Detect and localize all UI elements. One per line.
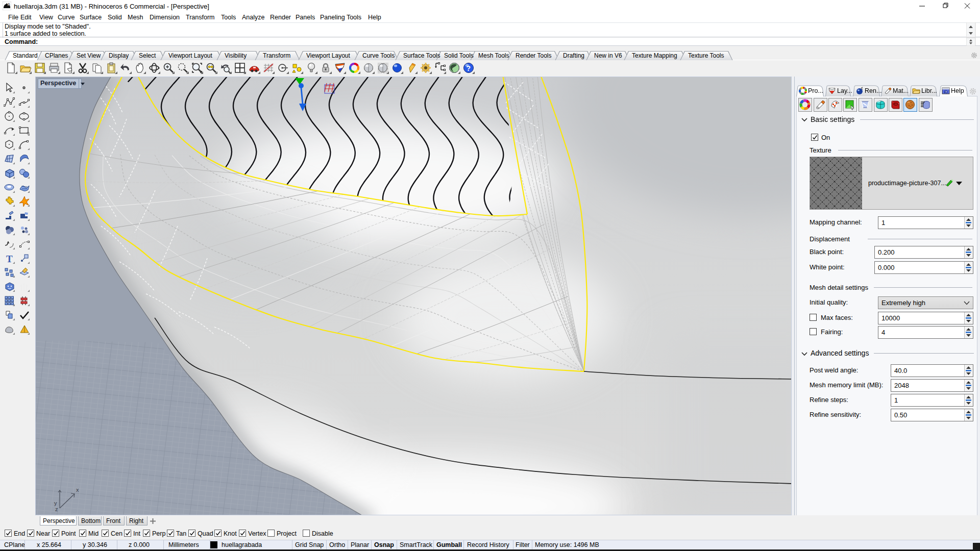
svg-text:6: 6 — [8, 3, 10, 6]
svg-text:?: ? — [945, 90, 947, 94]
svg-text:?: ? — [467, 64, 471, 72]
svg-text:x: x — [76, 487, 79, 493]
svg-text:y: y — [54, 500, 57, 506]
svg-text:z: z — [55, 506, 58, 512]
